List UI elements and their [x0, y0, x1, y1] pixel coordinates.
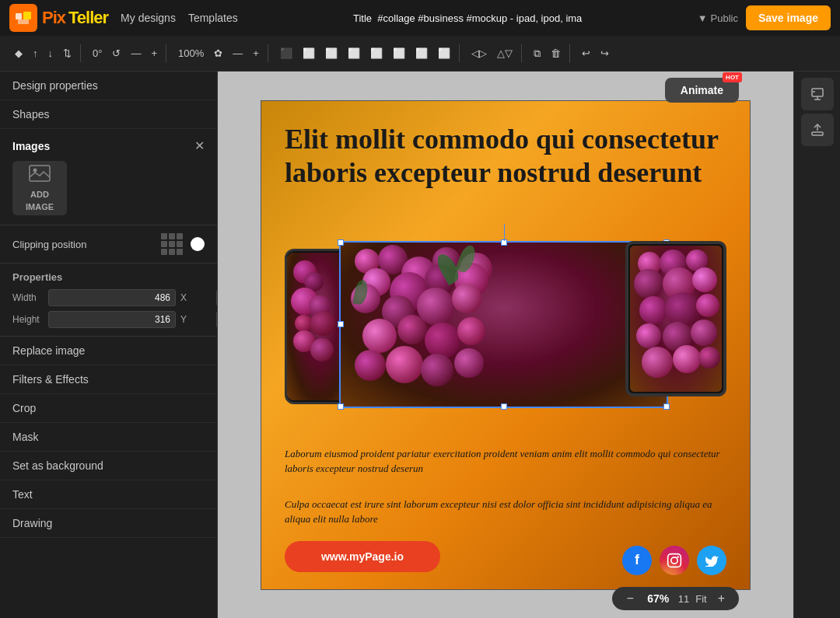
- fit-button[interactable]: Fit: [695, 593, 706, 605]
- clipping-grid[interactable]: [161, 233, 183, 255]
- instagram-icon[interactable]: [660, 546, 689, 575]
- toolbar-align-middle[interactable]: ⬜: [366, 44, 387, 62]
- sidebar-item-mask[interactable]: Mask: [0, 423, 217, 452]
- sidebar-item-set-as-background[interactable]: Set as background: [0, 452, 217, 480]
- toolbar-opacity-minus[interactable]: —: [229, 44, 247, 62]
- clipping-dot-br[interactable]: [177, 249, 183, 255]
- handle-bc[interactable]: [501, 403, 507, 410]
- nav-right: ▼ Public Save image: [698, 5, 831, 30]
- filters-effects-label: Filters & Effects: [12, 373, 89, 386]
- canvas-cta-button[interactable]: www.myPage.io: [285, 541, 440, 572]
- toolbar-group-rotate: 0° ↺ — +: [84, 44, 166, 62]
- toolbar-opacity-plus[interactable]: +: [249, 44, 263, 62]
- toolbar-group-shape: ◆ ↑ ↓ ⇅: [6, 44, 81, 62]
- handle-br[interactable]: [663, 403, 670, 410]
- clipping-dot-tc[interactable]: [169, 233, 175, 239]
- toolbar-align-center[interactable]: ⬜: [299, 44, 319, 62]
- zoom-pages: 11: [678, 593, 689, 605]
- svg-rect-13: [812, 132, 823, 135]
- zoom-plus-button[interactable]: +: [713, 590, 730, 607]
- toolbar-align-bottom[interactable]: ⬜: [389, 44, 409, 62]
- handle-ml[interactable]: [338, 321, 344, 327]
- visibility-button[interactable]: ▼ Public: [698, 12, 738, 24]
- toolbar-distribute-v[interactable]: ⬜: [434, 44, 454, 62]
- toolbar-stack-btn[interactable]: ⇅: [59, 44, 75, 62]
- shapes-label: Shapes: [12, 108, 49, 120]
- toolbar-down-btn[interactable]: ↓: [44, 44, 58, 62]
- toolbar-group-align: ⬛ ⬜ ⬜ ⬜ ⬜ ⬜ ⬜ ⬜: [271, 44, 460, 62]
- toolbar-flip-h[interactable]: ↺: [108, 44, 124, 62]
- clipping-dot-mc[interactable]: [169, 241, 175, 247]
- facebook-icon[interactable]: f: [622, 546, 652, 575]
- laptop-device[interactable]: [339, 241, 668, 408]
- canvas-area[interactable]: Animate HOT Elit mollit commodo qui cons…: [218, 72, 793, 618]
- svg-rect-2: [18, 19, 29, 24]
- animate-label: Animate: [681, 84, 723, 96]
- clipping-dot-bl[interactable]: [161, 249, 167, 255]
- toolbar-redo-btn[interactable]: ↪: [597, 44, 613, 62]
- toolbar-flip-vertical[interactable]: △▽: [493, 44, 516, 62]
- sidebar-item-filters-effects[interactable]: Filters & Effects: [0, 365, 217, 394]
- twitter-icon[interactable]: [697, 546, 726, 575]
- toolbar-group-flip: ◁▷ △▽: [463, 44, 522, 62]
- images-title-row: Images ✕: [12, 138, 205, 153]
- sidebar-item-shapes[interactable]: Shapes: [0, 100, 217, 129]
- sidebar: Design properties Shapes Images ✕ ADD: [0, 72, 218, 618]
- clipping-dot-tr[interactable]: [177, 233, 183, 239]
- toolbar-align-top[interactable]: ⬜: [344, 44, 364, 62]
- set-as-background-label: Set as background: [12, 459, 103, 472]
- width-input[interactable]: [48, 289, 176, 306]
- toolbar-up-btn[interactable]: ↑: [29, 44, 42, 62]
- sidebar-item-text[interactable]: Text: [0, 480, 217, 509]
- nav-my-designs[interactable]: My designs: [121, 12, 176, 24]
- toolbar-delete-btn[interactable]: 🗑: [547, 44, 565, 62]
- toolbar-undo-btn[interactable]: ↩: [578, 44, 594, 62]
- toolbar-align-right[interactable]: ⬜: [321, 44, 341, 62]
- add-image-label: ADD: [30, 190, 49, 199]
- visibility-label: Public: [711, 12, 738, 24]
- toolbar-group-undo: ↩ ↪: [573, 44, 618, 62]
- close-icon[interactable]: ✕: [194, 138, 205, 153]
- svg-rect-8: [812, 89, 823, 96]
- toolbar-minus-btn[interactable]: —: [127, 44, 145, 62]
- title-value[interactable]: #collage #business #mockup - ipad, ipod,…: [377, 12, 582, 24]
- svg-point-7: [677, 556, 679, 558]
- handle-bl[interactable]: [338, 403, 344, 410]
- sidebar-item-design-properties[interactable]: Design properties: [0, 72, 217, 100]
- y-label: Y: [180, 314, 212, 325]
- sidebar-item-replace-image[interactable]: Replace image: [0, 337, 217, 365]
- right-panel-btn2[interactable]: [801, 113, 834, 146]
- logo[interactable]: PixTeller: [9, 4, 108, 32]
- clipping-dot-tl[interactable]: [161, 233, 167, 239]
- clipping-dot-mr[interactable]: [177, 241, 183, 247]
- properties-grid: Width X Height Y: [12, 289, 205, 328]
- handle-tl[interactable]: [338, 239, 344, 246]
- toolbar-align-left[interactable]: ⬛: [276, 44, 296, 62]
- toolbar-shape-btn[interactable]: ◆: [11, 44, 26, 62]
- animate-button[interactable]: Animate HOT: [665, 78, 739, 103]
- save-button[interactable]: Save image: [746, 5, 831, 30]
- toolbar-copy-btn[interactable]: ⧉: [530, 44, 544, 63]
- toolbar-flip-horizontal[interactable]: ◁▷: [467, 44, 491, 62]
- selection-anchor-line: [504, 224, 505, 241]
- toolbar-rotate-btn[interactable]: 0°: [89, 44, 106, 62]
- nav-templates[interactable]: Templates: [188, 12, 238, 24]
- design-canvas[interactable]: Elit mollit commodo qui consectetur labo…: [261, 100, 751, 590]
- social-icons: f: [622, 546, 726, 575]
- toolbar-plus-btn[interactable]: +: [147, 44, 161, 62]
- add-image-button[interactable]: ADD IMAGE: [12, 161, 67, 215]
- clipping-circle[interactable]: [191, 237, 205, 251]
- height-label: Height: [12, 314, 44, 325]
- hot-badge: HOT: [723, 72, 742, 82]
- height-input[interactable]: [48, 311, 176, 328]
- clipping-dot-ml[interactable]: [161, 241, 167, 247]
- zoom-minus-button[interactable]: −: [621, 590, 638, 607]
- right-panel-btn1[interactable]: [801, 78, 834, 110]
- sidebar-item-crop[interactable]: Crop: [0, 394, 217, 423]
- sidebar-item-drawing[interactable]: Drawing: [0, 509, 217, 538]
- toolbar-distribute-h[interactable]: ⬜: [411, 44, 432, 62]
- crop-label: Crop: [12, 402, 36, 414]
- toolbar-opacity-icon[interactable]: ✿: [210, 44, 226, 62]
- clipping-dot-bc[interactable]: [169, 249, 175, 255]
- properties-title: Properties: [12, 271, 205, 283]
